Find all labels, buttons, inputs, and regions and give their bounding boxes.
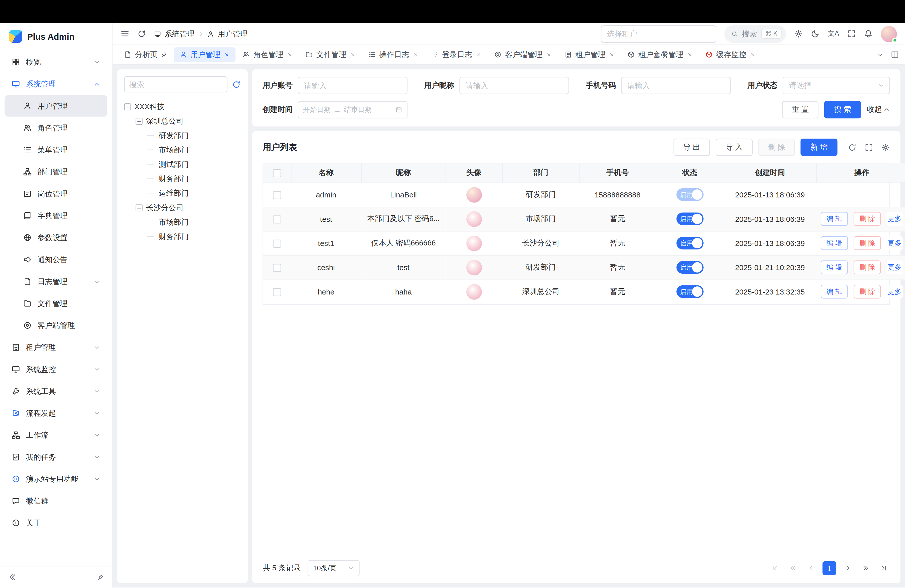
delete-row-button[interactable]: 删 除 <box>854 236 881 250</box>
table-row[interactable]: test 本部门及以下 密码6... 市场部门 暂无 启用 2025-01-13… <box>263 207 905 231</box>
page-size-select[interactable]: 10条/页 <box>308 560 360 576</box>
tree-node[interactable]: 长沙分公司 <box>124 200 241 215</box>
bell-icon[interactable] <box>864 29 873 38</box>
row-checkbox[interactable] <box>273 191 281 199</box>
sidebar-item-system-tools[interactable]: 系统工具 <box>5 380 107 402</box>
collapse-node-icon[interactable] <box>124 103 131 110</box>
next-page-button[interactable] <box>841 562 854 575</box>
tree-node[interactable]: 市场部门 <box>124 215 241 229</box>
tree-node[interactable]: 运维部门 <box>124 186 241 200</box>
search-button[interactable]: 搜 索 <box>824 101 861 118</box>
column-header-status[interactable]: 状态 <box>656 164 724 183</box>
sidebar-item-menu-management[interactable]: 菜单管理 <box>5 139 107 161</box>
tab-operation-log[interactable]: 操作日志 <box>362 47 424 62</box>
row-checkbox[interactable] <box>273 215 281 223</box>
row-checkbox[interactable] <box>273 288 281 296</box>
user-avatar[interactable] <box>881 25 897 42</box>
tab-client-management[interactable]: 客户端管理 <box>488 47 557 62</box>
status-toggle[interactable]: 启用 <box>676 237 703 250</box>
sidebar-item-role-management[interactable]: 角色管理 <box>5 117 107 138</box>
layout-icon[interactable] <box>891 50 899 59</box>
translate-icon[interactable]: 文A <box>827 29 839 39</box>
tree-node[interactable]: 财务部门 <box>124 229 241 243</box>
sidebar-item-parameter-settings[interactable]: 参数设置 <box>5 227 107 248</box>
sidebar-item-file-management[interactable]: 文件管理 <box>5 293 107 314</box>
sidebar-item-department-management[interactable]: 部门管理 <box>5 161 107 183</box>
close-icon[interactable] <box>476 52 481 57</box>
tenant-select-input[interactable] <box>600 25 716 43</box>
add-button[interactable]: 新 增 <box>801 138 837 156</box>
date-range-picker[interactable]: 开始日期 → 结束日期 <box>298 101 408 118</box>
delete-row-button[interactable]: 删 除 <box>854 212 881 226</box>
global-search[interactable]: 搜索 ⌘ K <box>724 25 786 43</box>
sidebar-item-dictionary-management[interactable]: 字典管理 <box>5 205 107 226</box>
column-header-phone[interactable]: 手机号 <box>580 164 656 183</box>
sidebar-item-process-initiation[interactable]: 流程发起 <box>5 402 107 424</box>
collapse-sidebar-icon[interactable] <box>8 573 17 582</box>
tree-node[interactable]: 测试部门 <box>124 157 241 171</box>
status-toggle[interactable]: 启用 <box>676 188 703 201</box>
collapse-filter-link[interactable]: 收起 <box>867 105 890 115</box>
close-icon[interactable] <box>749 52 756 57</box>
edit-button[interactable]: 编 辑 <box>821 236 848 250</box>
tree-node[interactable]: XXX科技 <box>124 99 241 114</box>
last-page-button[interactable] <box>877 562 890 575</box>
sidebar-item-system-monitoring[interactable]: 系统监控 <box>5 359 107 380</box>
more-button[interactable]: 更多 <box>886 212 902 226</box>
tab-user-management[interactable]: 用户管理 <box>174 47 235 62</box>
sidebar-item-position-management[interactable]: 岗位管理 <box>5 183 107 205</box>
row-checkbox[interactable] <box>273 240 281 248</box>
fullscreen-icon[interactable] <box>865 143 873 151</box>
status-toggle[interactable]: 启用 <box>676 261 703 274</box>
close-icon[interactable] <box>546 52 552 57</box>
sidebar-item-system-management[interactable]: 系统管理 <box>5 73 107 95</box>
sidebar-item-tenant-management[interactable]: 租户管理 <box>5 337 107 358</box>
hamburger-icon[interactable] <box>121 29 129 38</box>
table-row[interactable]: ceshi test 研发部门 暂无 启用 2025-01-21 10:20:3… <box>263 255 905 280</box>
table-row[interactable]: test1 仅本人 密码666666 长沙分公司 暂无 启用 2025-01-1… <box>263 231 905 255</box>
sidebar-item-client-management[interactable]: 客户端管理 <box>5 315 107 336</box>
close-icon[interactable] <box>224 52 230 57</box>
pin-icon[interactable] <box>161 52 167 57</box>
tree-search-input[interactable] <box>124 76 227 92</box>
column-header-actions[interactable]: 操作 <box>816 164 905 183</box>
phone-input[interactable] <box>621 77 730 94</box>
status-toggle[interactable]: 启用 <box>676 285 703 298</box>
collapse-node-icon[interactable] <box>136 118 143 124</box>
close-icon[interactable] <box>287 52 293 57</box>
tab-tenant-package-management[interactable]: 租户套餐管理 <box>622 47 699 62</box>
pin-sidebar-icon[interactable] <box>97 574 104 581</box>
more-button[interactable]: 更多 <box>886 285 902 299</box>
tree-node[interactable]: 深圳总公司 <box>124 114 241 128</box>
status-toggle[interactable]: 启用 <box>676 213 703 225</box>
more-button[interactable]: 更多 <box>886 260 902 274</box>
tab-overflow-chevron-icon[interactable] <box>877 51 884 58</box>
reset-button[interactable]: 重 置 <box>782 101 819 118</box>
account-input[interactable] <box>298 77 408 94</box>
column-header-created[interactable]: 创建时间 <box>724 164 816 183</box>
delete-button[interactable]: 删 除 <box>758 138 795 156</box>
breadcrumb-item[interactable]: 系统管理 <box>164 29 194 39</box>
column-header-name[interactable]: 名称 <box>291 164 361 183</box>
refresh-icon[interactable] <box>137 29 146 38</box>
current-page-button[interactable]: 1 <box>822 561 837 575</box>
sidebar-item-demo-features[interactable]: 演示站专用功能 <box>5 468 107 489</box>
row-checkbox[interactable] <box>273 264 281 272</box>
refresh-icon[interactable] <box>848 143 856 151</box>
edit-button[interactable]: 编 辑 <box>821 285 848 299</box>
next-pages-button[interactable] <box>859 562 872 575</box>
nickname-input[interactable] <box>460 77 569 94</box>
table-row[interactable]: admin LinaBell 研发部门 15888888888 启用 2025-… <box>263 183 905 207</box>
tab-analysis[interactable]: 分析页 <box>118 47 173 62</box>
tree-node[interactable]: 研发部门 <box>124 128 241 143</box>
column-header-nickname[interactable]: 昵称 <box>361 164 445 183</box>
delete-row-button[interactable]: 删 除 <box>854 260 881 274</box>
moon-icon[interactable] <box>811 29 819 38</box>
edit-button[interactable]: 编 辑 <box>821 212 848 226</box>
tab-file-management[interactable]: 文件管理 <box>300 47 362 62</box>
tree-refresh-icon[interactable] <box>232 80 241 89</box>
delete-row-button[interactable]: 删 除 <box>854 285 881 299</box>
close-icon[interactable] <box>687 52 692 57</box>
first-page-button[interactable] <box>769 562 781 575</box>
tree-node[interactable]: 财务部门 <box>124 172 241 186</box>
